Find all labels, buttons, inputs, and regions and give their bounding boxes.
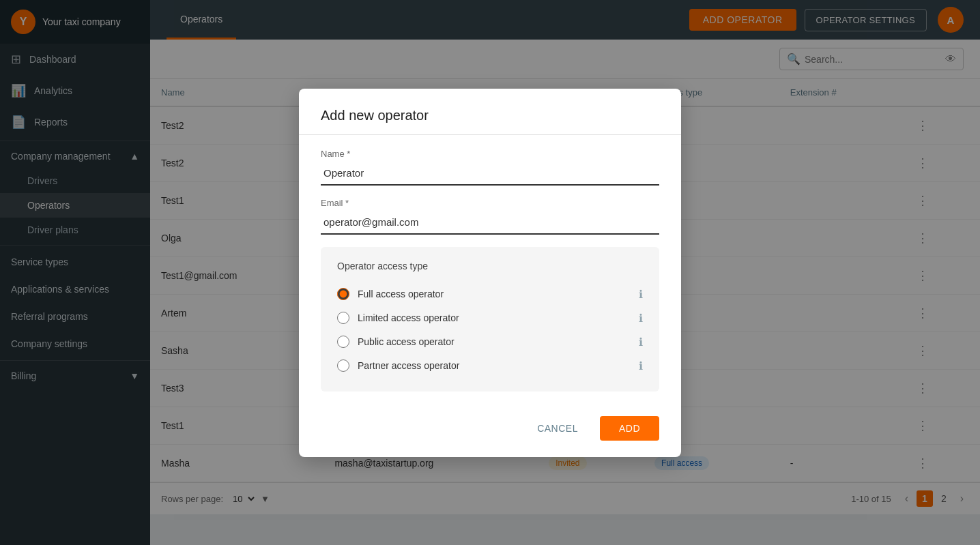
cancel-button[interactable]: CANCEL (523, 416, 592, 441)
full-access-info-icon[interactable]: ℹ (639, 288, 643, 301)
name-label: Name * (321, 149, 659, 159)
add-button[interactable]: ADD (600, 416, 659, 441)
email-input[interactable] (321, 211, 659, 235)
email-field-wrap: Email * (321, 198, 659, 235)
name-field: Name * (321, 149, 659, 186)
access-type-section: Operator access type Full access operato… (321, 247, 659, 392)
email-label: Email * (321, 198, 659, 208)
radio-partner-access[interactable]: Partner access operator ℹ (337, 354, 643, 378)
add-operator-modal: Add new operator Name * Email * Operator… (299, 89, 681, 457)
modal-footer: CANCEL ADD (299, 405, 681, 457)
partner-access-info-icon[interactable]: ℹ (639, 359, 643, 372)
limited-access-info-icon[interactable]: ℹ (639, 312, 643, 325)
radio-full-access-input[interactable] (337, 288, 349, 300)
radio-full-access-label: Full access operator (358, 289, 631, 299)
radio-full-access[interactable]: Full access operator ℹ (337, 282, 643, 306)
access-section-title: Operator access type (337, 261, 643, 271)
modal-title: Add new operator (321, 108, 659, 123)
radio-limited-access-label: Limited access operator (358, 312, 631, 323)
public-access-info-icon[interactable]: ℹ (639, 336, 643, 349)
radio-public-access-label: Public access operator (358, 336, 631, 347)
modal-overlay[interactable]: Add new operator Name * Email * Operator… (0, 0, 980, 545)
radio-limited-access-input[interactable] (337, 312, 349, 324)
radio-partner-access-input[interactable] (337, 359, 349, 372)
radio-public-access[interactable]: Public access operator ℹ (337, 330, 643, 354)
name-input[interactable] (321, 162, 659, 186)
radio-limited-access[interactable]: Limited access operator ℹ (337, 306, 643, 330)
radio-partner-access-label: Partner access operator (358, 360, 631, 371)
modal-body: Name * Email * Operator access type Full… (299, 135, 681, 405)
radio-public-access-input[interactable] (337, 336, 349, 348)
modal-header: Add new operator (299, 89, 681, 135)
